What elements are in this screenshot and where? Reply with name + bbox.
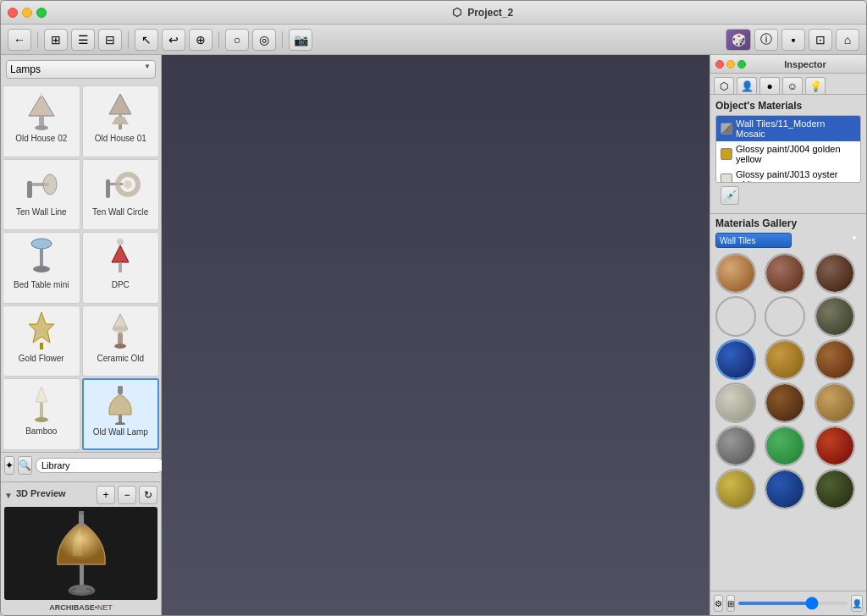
detail-view-button[interactable]: ⊟	[98, 29, 122, 51]
item-label: Ten Wall Line	[16, 207, 67, 217]
gallery-header: Materials Gallery	[715, 217, 861, 229]
gallery-swatch[interactable]	[815, 339, 855, 380]
minimize-button[interactable]	[22, 8, 32, 18]
inspector-tabs: ⬡ 👤 ● ☺ 💡	[710, 74, 866, 95]
material-swatch	[721, 148, 732, 160]
search-input[interactable]	[36, 458, 164, 473]
list-item[interactable]: Gold Flower	[3, 305, 80, 377]
gallery-swatch[interactable]	[715, 253, 756, 294]
gallery-category-dropdown[interactable]: Wall Tiles Floor Tiles Paint Wood	[715, 233, 861, 248]
svg-marker-0	[29, 95, 54, 116]
svg-point-32	[115, 422, 125, 425]
gallery-swatch[interactable]	[715, 469, 756, 509]
gallery-swatch[interactable]	[815, 296, 855, 337]
inspector-close-button[interactable]	[715, 60, 724, 69]
tab-lamp[interactable]: 💡	[805, 77, 826, 94]
settings-bottom-button[interactable]: ⚙	[714, 595, 723, 612]
svg-marker-19	[112, 245, 129, 262]
gallery-title: Materials Gallery	[715, 217, 861, 229]
materials-gallery-section: Materials Gallery Wall Tiles Floor Tiles…	[710, 213, 866, 513]
category-select[interactable]: Lamps Furniture Decorations Lighting Pla…	[6, 60, 156, 79]
opacity-slider[interactable]	[738, 602, 848, 605]
item-label: Gold Flower	[19, 354, 64, 364]
rotate-button[interactable]: ↻	[139, 486, 157, 504]
list-item[interactable]: DPC	[82, 232, 160, 304]
inspector-min-button[interactable]	[726, 60, 735, 69]
list-item[interactable]: Old Wall Lamp	[82, 378, 160, 450]
item-label: Old House 01	[95, 134, 146, 144]
separator-1	[37, 31, 38, 48]
home-button[interactable]: ⌂	[836, 29, 859, 51]
zoom-in-button[interactable]: +	[97, 486, 115, 504]
list-item[interactable]: Old House 02	[3, 85, 80, 157]
gallery-swatch[interactable]	[715, 382, 756, 423]
search-icon-button[interactable]: 🔍	[18, 456, 32, 475]
grid-bottom-button[interactable]: ⊞	[726, 595, 735, 612]
center-3d-view[interactable]	[162, 55, 710, 615]
left-panel-bottom: ✦ 🔍	[1, 452, 161, 481]
preview-label: 3D Preview	[16, 488, 66, 498]
preview-section: ▼ 3D Preview + − ↻	[1, 481, 161, 615]
gallery-swatch[interactable]	[715, 296, 756, 337]
material-item[interactable]: Wall Tiles/11_Modern Mosaic	[716, 116, 860, 141]
inspector-max-button[interactable]	[737, 60, 746, 69]
tab-person[interactable]: 👤	[737, 77, 757, 94]
material-item[interactable]: Glossy paint/J013 oyster white	[716, 167, 860, 183]
gallery-swatch[interactable]	[815, 469, 855, 509]
list-item[interactable]: Bamboo	[3, 378, 80, 450]
item-label: DPC	[112, 280, 130, 290]
list-item[interactable]: Ten Wall Line	[3, 159, 80, 231]
gallery-swatch[interactable]	[765, 296, 805, 337]
person-bottom-button[interactable]: 👤	[851, 595, 863, 612]
gallery-swatch[interactable]	[765, 339, 805, 380]
gallery-swatch[interactable]	[815, 382, 855, 423]
gallery-category-select[interactable]: Wall Tiles Floor Tiles Paint Wood	[715, 233, 792, 248]
item-label: Bed Table mini	[14, 280, 69, 290]
tab-cube[interactable]: ⬡	[714, 77, 734, 94]
pointer-tool-button[interactable]: ↖	[135, 29, 158, 51]
view-toggle-2[interactable]: ⊡	[809, 29, 832, 51]
gallery-swatch[interactable]	[765, 469, 805, 509]
view-toggle-1[interactable]: ▪	[781, 29, 805, 51]
close-button[interactable]	[8, 8, 18, 18]
back-button[interactable]: ←	[8, 29, 31, 51]
inspector-controls	[715, 60, 746, 69]
material-item[interactable]: Glossy paint/J004 golden yellow	[716, 141, 860, 167]
scene-background	[162, 55, 710, 615]
svg-point-26	[114, 344, 126, 349]
grid-view-button[interactable]: ⊞	[44, 29, 68, 51]
maximize-button[interactable]	[36, 8, 47, 18]
action-button-1[interactable]: 🎲	[726, 29, 751, 51]
bottom-toolbar: ✦ 🔍	[4, 456, 157, 475]
camera-tool-button[interactable]: 📷	[289, 29, 312, 51]
target-tool-button[interactable]: ◎	[252, 29, 276, 51]
list-view-button[interactable]: ☰	[71, 29, 95, 51]
items-grid: Old House 02 Old House 01	[1, 84, 161, 452]
tab-ball[interactable]: ●	[759, 77, 780, 94]
item-label: Bamboo	[25, 426, 57, 437]
category-select-wrapper[interactable]: Lamps Furniture Decorations Lighting Pla…	[6, 60, 156, 79]
undo-button[interactable]: ↩	[162, 29, 185, 51]
gallery-swatch[interactable]	[765, 382, 805, 423]
list-item[interactable]: Ceramic Old	[82, 305, 160, 377]
circle-tool-button[interactable]: ○	[225, 29, 249, 51]
zoom-out-button[interactable]: −	[118, 486, 136, 504]
gallery-swatch[interactable]	[715, 426, 756, 466]
list-item[interactable]: Ten Wall Circle	[82, 159, 160, 231]
eyedropper-button[interactable]: 💉	[721, 186, 739, 205]
svg-marker-4	[109, 94, 131, 114]
item-thumbnail	[16, 90, 67, 132]
tab-face[interactable]: ☺	[782, 77, 803, 94]
svg-rect-30	[118, 386, 123, 394]
gallery-swatch[interactable]	[815, 426, 855, 466]
gallery-swatch[interactable]	[765, 426, 805, 466]
info-button[interactable]: ⓘ	[754, 29, 778, 51]
gallery-swatch[interactable]	[815, 253, 855, 294]
list-item[interactable]: Old House 01	[82, 85, 160, 157]
gallery-swatch[interactable]	[765, 253, 805, 294]
gallery-swatch-selected[interactable]	[715, 339, 756, 380]
list-item[interactable]: Bed Table mini	[3, 232, 80, 304]
inspector-scroll-area[interactable]: Object's Materials Wall Tiles/11_Modern …	[710, 95, 866, 591]
settings-icon-button[interactable]: ✦	[4, 456, 14, 475]
nav-pad-button[interactable]: ⊕	[189, 29, 213, 51]
